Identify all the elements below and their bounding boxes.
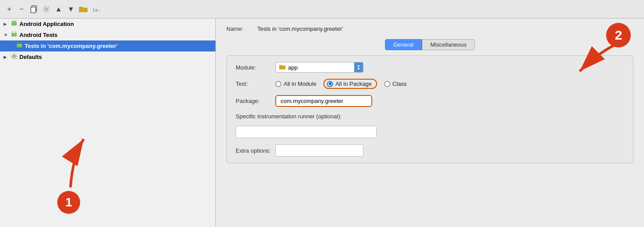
radio-label-all-in-package: All in Package (335, 81, 371, 87)
module-select[interactable]: app (275, 62, 363, 73)
extra-row: Extra options: (236, 144, 624, 157)
svg-line-10 (15, 20, 16, 22)
defaults-label: Defaults (19, 54, 42, 60)
test-row: Test: All in Module All in Package (236, 79, 624, 89)
test-radio-group: All in Module All in Package Class (275, 79, 407, 89)
left-panel: ▶ Android Application ▼ (0, 18, 216, 227)
copy-button[interactable] (29, 4, 39, 14)
svg-point-11 (13, 22, 14, 23)
defaults-arrow: ▶ (4, 55, 9, 59)
annotation-2-container: 2 (606, 23, 631, 48)
svg-line-17 (15, 31, 16, 33)
expand-arrow: ▶ (4, 22, 9, 26)
svg-line-24 (21, 42, 22, 44)
svg-point-18 (13, 33, 14, 34)
name-label: Name: (226, 26, 253, 32)
radio-circle-all-in-module (275, 81, 281, 87)
module-label: Module: (236, 64, 271, 71)
package-input[interactable] (275, 95, 372, 107)
svg-rect-22 (17, 44, 22, 48)
radio-all-in-package[interactable]: All in Package (323, 79, 377, 89)
tests-in-package-label: Tests in 'com.mycompany.greeter' (25, 43, 118, 49)
svg-point-12 (15, 22, 15, 23)
svg-line-23 (18, 42, 19, 44)
tab-general[interactable]: General (385, 39, 422, 50)
down-button[interactable]: ▼ (66, 4, 76, 14)
svg-text:↕: ↕ (92, 6, 95, 13)
instrumentation-input-row (236, 126, 624, 138)
svg-point-27 (13, 55, 15, 58)
right-panel: 2 Name: Tests in 'com.mycompany.greeter'… (216, 18, 644, 227)
svg-point-25 (18, 44, 19, 45)
radio-label-class: Class (392, 81, 407, 87)
folder-button[interactable] (78, 4, 88, 14)
module-value: app (288, 64, 350, 71)
svg-rect-15 (11, 33, 17, 37)
radio-class[interactable]: Class (384, 81, 407, 87)
android-icon (11, 20, 18, 28)
expand-arrow-tests: ▼ (4, 33, 9, 37)
svg-line-16 (12, 31, 13, 33)
android-tests-icon (11, 31, 18, 39)
svg-point-26 (20, 44, 21, 45)
sidebar-item-android-application[interactable]: ▶ Android Application (0, 18, 215, 29)
android-tests-label: Android Tests (19, 32, 57, 38)
instrumentation-label: Specific instrumentation runner (optiona… (236, 113, 342, 120)
radio-circle-class (384, 81, 390, 87)
remove-button[interactable]: − (17, 4, 26, 14)
svg-rect-1 (31, 7, 36, 13)
annotation-arrow-2 (571, 40, 624, 84)
tab-miscellaneous[interactable]: Miscellaneous (422, 39, 475, 50)
add-button[interactable]: + (4, 4, 14, 14)
radio-label-all-in-module: All in Module (284, 81, 316, 87)
radio-circle-all-in-package (327, 81, 333, 87)
tests-in-package-icon (16, 42, 23, 50)
android-application-label: Android Application (19, 21, 74, 27)
extra-label: Extra options: (236, 147, 271, 154)
module-dropdown-arrow[interactable] (354, 62, 363, 72)
sidebar-item-android-tests[interactable]: ▼ Android Tests (0, 29, 215, 40)
annotation-arrow-1 (44, 130, 97, 196)
package-row: Package: (236, 95, 624, 107)
sidebar-item-tests-in-package[interactable]: Tests in 'com.mycompany.greeter' (0, 40, 215, 51)
svg-point-2 (45, 8, 48, 11)
defaults-gear-icon (11, 53, 18, 61)
module-folder-icon (279, 64, 285, 71)
name-row: Name: Tests in 'com.mycompany.greeter' (226, 26, 633, 32)
up-button[interactable]: ▲ (54, 4, 63, 14)
sort-button[interactable]: ↕ a z (91, 4, 100, 14)
sidebar-item-defaults[interactable]: ▶ Defaults (0, 51, 215, 62)
toolbar: + − ▲ ▼ ↕ a z (0, 0, 644, 18)
module-row: Module: app (236, 62, 624, 73)
extra-input[interactable] (275, 144, 363, 157)
instrumentation-input[interactable] (236, 126, 377, 138)
radio-all-in-module[interactable]: All in Module (275, 81, 316, 87)
svg-rect-8 (13, 21, 15, 22)
svg-point-19 (15, 33, 15, 34)
main-container: ▶ Android Application ▼ (0, 18, 644, 227)
svg-rect-7 (11, 22, 17, 26)
svg-line-9 (12, 20, 13, 22)
package-label: Package: (236, 98, 271, 104)
settings-button[interactable] (41, 4, 51, 14)
name-value: Tests in 'com.mycompany.greeter' (257, 26, 343, 32)
svg-text:a z: a z (95, 8, 99, 12)
test-label: Test: (236, 81, 271, 87)
instrumentation-label-row: Specific instrumentation runner (optiona… (236, 113, 624, 120)
